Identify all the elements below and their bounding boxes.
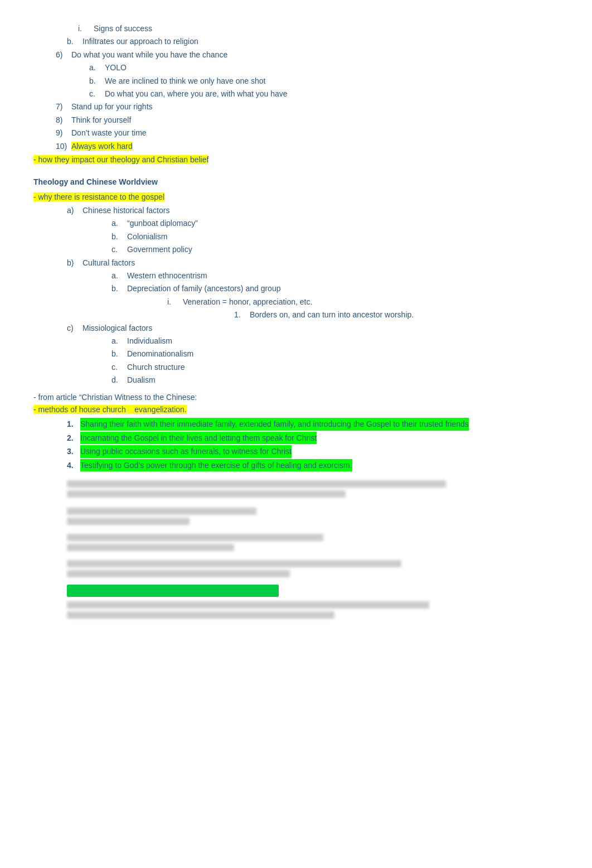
numbered-items: 1. Sharing their faith with their immedi… [33, 418, 535, 471]
numbered-item-1: 1. Sharing their faith with their immedi… [67, 418, 535, 430]
theology-section: Theology and Chinese Worldview - why the… [33, 176, 535, 619]
numbered-item-3: 3. Using public occasions such as funera… [67, 445, 535, 457]
numbered-item-4: 4. Testifying to God’s power through the… [67, 459, 535, 471]
article-line: - from article “Christian Witness to the… [33, 391, 535, 403]
item-b-cultural: b) Cultural factors a. Western ethnocent… [67, 257, 535, 321]
green-highlight-bar [67, 585, 279, 597]
item-i-signs: i. Signs of success [78, 22, 535, 35]
document-content: i. Signs of success b. Infiltrates our a… [33, 22, 535, 619]
item-b-infiltrates: b. Infiltrates our approach to religion [67, 35, 535, 47]
resistance-line: - why there is resistance to the gospel [33, 191, 535, 203]
impact-line: - how they impact our theology and Chris… [33, 153, 535, 166]
item-10: 10) Always work hard [56, 140, 535, 152]
methods-line: - methods of house church evangelization… [33, 403, 535, 416]
blurred-content-1 [67, 480, 535, 619]
item-6: 6) Do what you want while you have the c… [56, 49, 535, 61]
item-8: 8) Think for yourself [56, 114, 535, 126]
item-a-chinese: a) Chinese historical factors a. “gunboa… [67, 204, 535, 256]
item-7: 7) Stand up for your rights [56, 100, 535, 113]
top-section: i. Signs of success b. Infiltrates our a… [33, 22, 535, 166]
item-c-missio: c) Missiological factors a. Individualis… [67, 322, 535, 387]
numbered-item-2: 2. Incarnating the Gospel in their lives… [67, 432, 535, 444]
item-6-subs: a. YOLO b. We are inclined to think we o… [89, 61, 535, 100]
items-6-10: 6) Do what you want while you have the c… [56, 49, 535, 152]
theology-heading: Theology and Chinese Worldview [33, 176, 535, 188]
item-9: 9) Don’t waste your time [56, 127, 535, 139]
